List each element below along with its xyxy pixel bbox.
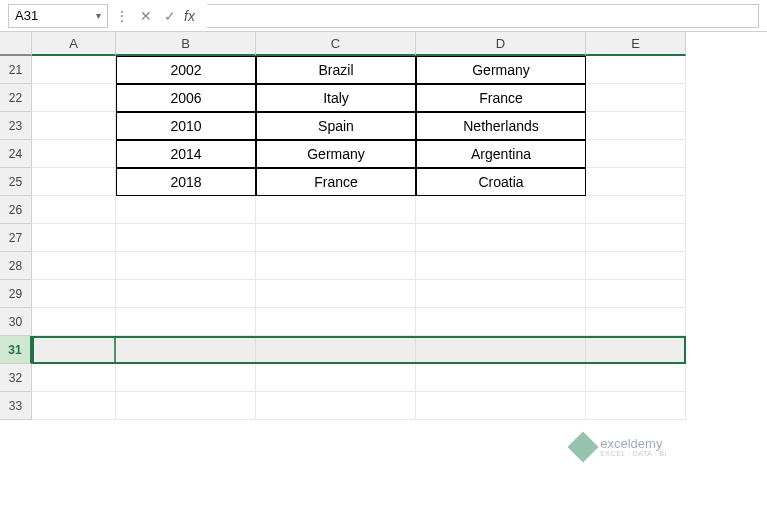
cell[interactable] xyxy=(586,196,686,224)
cell[interactable] xyxy=(256,364,416,392)
table-row xyxy=(32,364,767,392)
cell[interactable] xyxy=(416,196,586,224)
cell[interactable] xyxy=(32,280,116,308)
row-header-21[interactable]: 21 xyxy=(0,56,32,84)
cell[interactable] xyxy=(32,336,116,364)
cell[interactable] xyxy=(32,364,116,392)
row-header-31[interactable]: 31 xyxy=(0,336,32,364)
cell[interactable] xyxy=(586,224,686,252)
cell[interactable] xyxy=(416,224,586,252)
cell[interactable] xyxy=(116,252,256,280)
cell[interactable] xyxy=(32,308,116,336)
watermark: exceldemy EXCEL · DATA · BI xyxy=(572,436,667,458)
cell[interactable] xyxy=(586,280,686,308)
col-header-C[interactable]: C xyxy=(256,32,416,56)
table-row: 2002 Brazil Germany xyxy=(32,56,767,84)
table-row xyxy=(32,308,767,336)
cell[interactable] xyxy=(116,196,256,224)
cell[interactable] xyxy=(256,196,416,224)
cell-winner[interactable]: Spain xyxy=(256,112,416,140)
cell[interactable] xyxy=(586,168,686,196)
cell[interactable] xyxy=(586,392,686,420)
cell-year[interactable]: 2014 xyxy=(116,140,256,168)
row-header-33[interactable]: 33 xyxy=(0,392,32,420)
cell[interactable] xyxy=(32,392,116,420)
cell[interactable] xyxy=(32,224,116,252)
select-all-corner[interactable] xyxy=(0,32,32,56)
cell[interactable] xyxy=(256,392,416,420)
cell[interactable] xyxy=(32,140,116,168)
cell-winner[interactable]: France xyxy=(256,168,416,196)
cell[interactable] xyxy=(416,280,586,308)
name-box[interactable]: A31 ▾ xyxy=(8,4,108,28)
column-headers: A B C D E xyxy=(32,32,767,56)
row-header-30[interactable]: 30 xyxy=(0,308,32,336)
row-header-27[interactable]: 27 xyxy=(0,224,32,252)
cell[interactable] xyxy=(586,112,686,140)
cell[interactable] xyxy=(416,252,586,280)
cell-year[interactable]: 2010 xyxy=(116,112,256,140)
cell[interactable] xyxy=(32,196,116,224)
row-header-24[interactable]: 24 xyxy=(0,140,32,168)
row-header-26[interactable]: 26 xyxy=(0,196,32,224)
cell-runnerup[interactable]: France xyxy=(416,84,586,112)
cell[interactable] xyxy=(586,252,686,280)
cell[interactable] xyxy=(586,56,686,84)
fx-label[interactable]: fx xyxy=(184,8,195,24)
confirm-icon[interactable]: ✓ xyxy=(160,6,180,26)
table-row xyxy=(32,336,767,364)
cell[interactable] xyxy=(116,392,256,420)
cell[interactable] xyxy=(256,280,416,308)
cell-year[interactable]: 2018 xyxy=(116,168,256,196)
cell-winner[interactable]: Germany xyxy=(256,140,416,168)
table-row xyxy=(32,252,767,280)
cell[interactable] xyxy=(116,224,256,252)
row-header-22[interactable]: 22 xyxy=(0,84,32,112)
cancel-icon[interactable]: ✕ xyxy=(136,6,156,26)
row-header-25[interactable]: 25 xyxy=(0,168,32,196)
cell[interactable] xyxy=(586,140,686,168)
cell[interactable] xyxy=(586,308,686,336)
cell-winner[interactable]: Brazil xyxy=(256,56,416,84)
table-row xyxy=(32,196,767,224)
cell[interactable] xyxy=(416,336,586,364)
col-header-B[interactable]: B xyxy=(116,32,256,56)
cell[interactable] xyxy=(32,84,116,112)
cell[interactable] xyxy=(586,84,686,112)
col-header-D[interactable]: D xyxy=(416,32,586,56)
col-header-E[interactable]: E xyxy=(586,32,686,56)
cell[interactable] xyxy=(586,336,686,364)
cell[interactable] xyxy=(256,252,416,280)
cell[interactable] xyxy=(32,112,116,140)
cell[interactable] xyxy=(256,224,416,252)
cell[interactable] xyxy=(416,308,586,336)
divider-icon: ⋮ xyxy=(112,6,132,26)
cell-year[interactable]: 2002 xyxy=(116,56,256,84)
cell[interactable] xyxy=(416,392,586,420)
cell[interactable] xyxy=(32,252,116,280)
cell-runnerup[interactable]: Croatia xyxy=(416,168,586,196)
row-header-23[interactable]: 23 xyxy=(0,112,32,140)
name-box-dropdown-icon[interactable]: ▾ xyxy=(96,10,101,21)
row-header-29[interactable]: 29 xyxy=(0,280,32,308)
cell-winner[interactable]: Italy xyxy=(256,84,416,112)
cell[interactable] xyxy=(256,336,416,364)
cell[interactable] xyxy=(116,280,256,308)
row-header-32[interactable]: 32 xyxy=(0,364,32,392)
cell-runnerup[interactable]: Argentina xyxy=(416,140,586,168)
cell[interactable] xyxy=(116,336,256,364)
cell[interactable] xyxy=(586,364,686,392)
cell[interactable] xyxy=(416,364,586,392)
cell-year[interactable]: 2006 xyxy=(116,84,256,112)
cell[interactable] xyxy=(32,168,116,196)
row-header-28[interactable]: 28 xyxy=(0,252,32,280)
cell-runnerup[interactable]: Germany xyxy=(416,56,586,84)
cell[interactable] xyxy=(32,56,116,84)
col-header-A[interactable]: A xyxy=(32,32,116,56)
cell[interactable] xyxy=(116,364,256,392)
cell[interactable] xyxy=(116,308,256,336)
cell-runnerup[interactable]: Netherlands xyxy=(416,112,586,140)
formula-input[interactable] xyxy=(207,4,759,28)
cell[interactable] xyxy=(256,308,416,336)
grid-body[interactable]: 2002 Brazil Germany 2006 Italy France 20… xyxy=(32,56,767,420)
